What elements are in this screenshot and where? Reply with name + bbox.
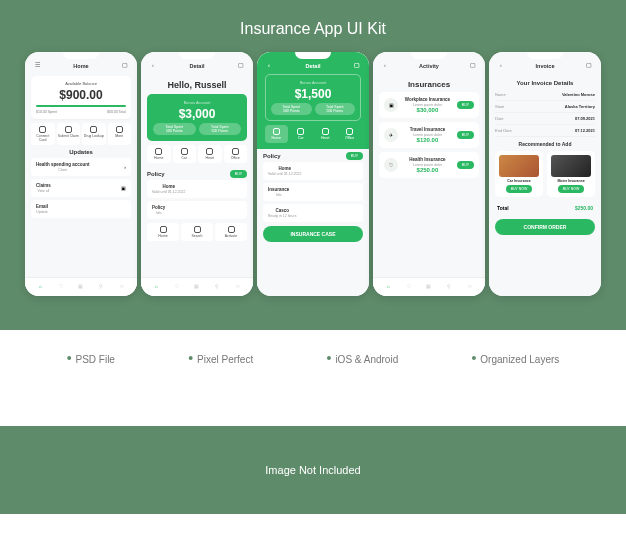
doc-icon: ▣ [121, 185, 126, 191]
buy-button[interactable]: BUY [457, 101, 474, 109]
category-car[interactable]: Car [173, 145, 197, 163]
tab-activate[interactable]: Activate [215, 223, 247, 241]
buy-button[interactable]: BUY [346, 152, 363, 160]
policy-item[interactable]: InsuranceInfo [263, 183, 363, 201]
action-connect-card[interactable]: Connect Card [31, 123, 55, 145]
action-more[interactable]: More [108, 123, 132, 145]
nav-user-icon[interactable]: ☺ [234, 283, 242, 291]
back-icon[interactable]: ‹ [149, 62, 157, 70]
calendar-icon[interactable]: ▢ [353, 62, 361, 70]
nav-bell-icon[interactable]: ♡ [173, 283, 181, 291]
policy-item[interactable]: CascoReady in 12 hours [263, 204, 363, 222]
nav-grid-icon[interactable]: ▦ [77, 283, 85, 291]
insurance-case-button[interactable]: INSURANCE CASE [263, 226, 363, 242]
heart-icon: ♡ [384, 158, 398, 172]
stat-pill: Total Spent500 Points [199, 123, 242, 135]
screen-title: Detail [190, 63, 205, 69]
screen-title: Detail [306, 63, 321, 69]
updates-heading: Updates [31, 149, 131, 155]
screen-title: Activity [419, 63, 439, 69]
nav-search-icon[interactable]: ⚲ [213, 283, 221, 291]
invoice-heading: Your Invoice Details [495, 80, 595, 86]
phone-detail-light: ‹ Detail ▢ Hello, Russell Bonus Account … [141, 52, 253, 296]
stat-pill: Total Spent500 Points [153, 123, 196, 135]
detail-row: End Date07.12.2021 [495, 125, 595, 137]
briefcase-icon: ▣ [384, 98, 398, 112]
bonus-amount: $1,500 [271, 87, 355, 101]
stat-pill: Total Spent500 Points [315, 103, 356, 115]
nav-user-icon[interactable]: ☺ [118, 283, 126, 291]
calendar-icon[interactable]: ▢ [237, 62, 245, 70]
stat-pill: Total Spent500 Points [271, 103, 312, 115]
back-icon[interactable]: ‹ [381, 62, 389, 70]
nav-home-icon[interactable]: ⌂ [152, 283, 160, 291]
phone-home: ☰ Home ▢ Available Balance $900.00 $10.0… [25, 52, 137, 296]
bonus-card: Bonus Account $3,000 Total Spent500 Poin… [147, 94, 247, 141]
nav-search-icon[interactable]: ⚲ [445, 283, 453, 291]
bottom-nav: ⌂ ♡ ▦ ⚲ ☺ [373, 277, 485, 296]
action-submit-claim[interactable]: Submit Claim [57, 123, 81, 145]
policy-item[interactable]: HomeValid until 01.12.2022 [147, 180, 247, 198]
nav-bell-icon[interactable]: ♡ [405, 283, 413, 291]
page-title: Insurance App UI Kit [0, 20, 626, 38]
tab-home[interactable]: Home [147, 223, 179, 241]
insurance-item[interactable]: ♡ Health InsuranceLorem ipsum dolor$250.… [379, 152, 479, 178]
back-icon[interactable]: ‹ [497, 62, 505, 70]
nav-grid-icon[interactable]: ▦ [193, 283, 201, 291]
nav-search-icon[interactable]: ⚲ [97, 283, 105, 291]
plane-icon: ✈ [384, 128, 398, 142]
category-home[interactable]: Home [265, 125, 288, 143]
calendar-icon[interactable]: ▢ [121, 62, 129, 70]
detail-row: NameValentino Morose [495, 89, 595, 101]
footer-note: Image Not Included [0, 426, 626, 514]
update-item[interactable]: Health spending accountClaim › [31, 158, 131, 176]
category-office[interactable]: Office [339, 125, 362, 143]
action-drug-lookup[interactable]: Drug Lookup [82, 123, 106, 145]
buy-button[interactable]: BUY [230, 170, 247, 178]
nav-bell-icon[interactable]: ♡ [57, 283, 65, 291]
insurances-heading: Insurances [379, 80, 479, 89]
policy-heading: Policy [147, 171, 165, 177]
buy-button[interactable]: BUY [457, 161, 474, 169]
balance-amount: $900.00 [36, 88, 126, 102]
nav-user-icon[interactable]: ☺ [466, 283, 474, 291]
category-heart[interactable]: Heart [314, 125, 337, 143]
nav-home-icon[interactable]: ⌂ [36, 283, 44, 291]
policy-item[interactable]: HomeValid until 01.12.2022 [263, 162, 363, 180]
calendar-icon[interactable]: ▢ [585, 62, 593, 70]
greeting: Hello, Russell [147, 76, 247, 94]
insurance-item[interactable]: ✈ Travel InsuranceLorem ipsum dolor$120.… [379, 122, 479, 148]
update-item[interactable]: EmailUpdate [31, 200, 131, 218]
feature-item: PSD File [67, 350, 115, 366]
nav-grid-icon[interactable]: ▦ [425, 283, 433, 291]
detail-row: Date07.09.2021 [495, 113, 595, 125]
rec-card[interactable]: Motor Insurance BUY NOW [547, 151, 595, 197]
category-office[interactable]: Office [224, 145, 248, 163]
category-car[interactable]: Car [290, 125, 313, 143]
back-icon[interactable]: ‹ [265, 62, 273, 70]
detail-row: StateAlaska Territory [495, 101, 595, 113]
total-row: Total $250.00 [495, 201, 595, 215]
buy-now-button[interactable]: BUY NOW [506, 185, 533, 193]
tab-search[interactable]: Search [181, 223, 213, 241]
recommended-heading: Recommended to Add [495, 141, 595, 147]
bottom-nav: ⌂ ♡ ▦ ⚲ ☺ [141, 277, 253, 296]
bottom-nav: ⌂ ♡ ▦ ⚲ ☺ [25, 277, 137, 296]
menu-icon[interactable]: ☰ [33, 62, 41, 70]
category-heart[interactable]: Heart [198, 145, 222, 163]
nav-home-icon[interactable]: ⌂ [384, 283, 392, 291]
rec-card[interactable]: Car Insurance BUY NOW [495, 151, 543, 197]
policy-item[interactable]: PolicyInfo [147, 201, 247, 219]
feature-item: Pixel Perfect [188, 350, 253, 366]
confirm-order-button[interactable]: CONFIRM ORDER [495, 219, 595, 235]
buy-now-button[interactable]: BUY NOW [558, 185, 585, 193]
buy-button[interactable]: BUY [457, 131, 474, 139]
feature-item: Organized Layers [472, 350, 560, 366]
insurance-item[interactable]: ▣ Workplace InsuranceLorem ipsum dolor$3… [379, 92, 479, 118]
phone-mockups: ☰ Home ▢ Available Balance $900.00 $10.0… [0, 52, 626, 296]
phone-invoice: ‹ Invoice ▢ Your Invoice Details NameVal… [489, 52, 601, 296]
screen-title: Invoice [536, 63, 555, 69]
update-item[interactable]: ClaimsView all▣ [31, 179, 131, 197]
category-home[interactable]: Home [147, 145, 171, 163]
calendar-icon[interactable]: ▢ [469, 62, 477, 70]
